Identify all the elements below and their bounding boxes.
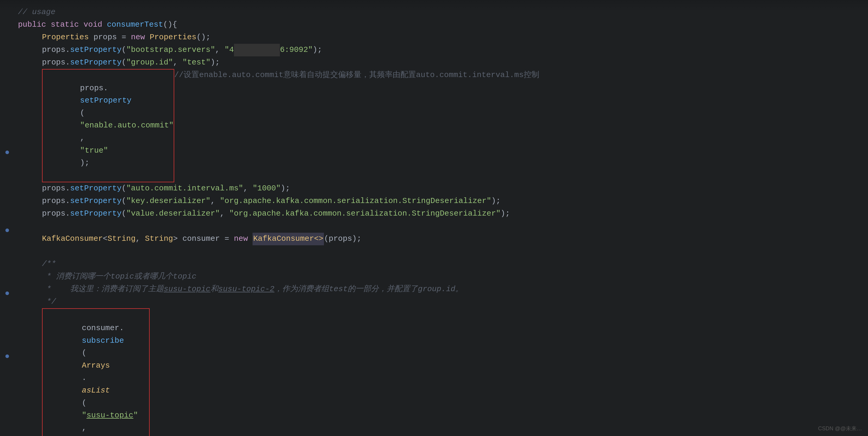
line-group-id: props. setProperty ( "group.id" , "test"… <box>18 56 862 69</box>
line-usage: // usage <box>18 6 862 19</box>
line-auto-commit-interval: props. setProperty ( "auto.commit.interv… <box>18 182 862 195</box>
method-consumertest: consumerTest <box>107 19 163 31</box>
kafkaconsumer-new: KafkaConsumer<> <box>252 233 324 245</box>
code-editor: // usage public static void consumerTest… <box>0 0 868 436</box>
blank-line-1 <box>18 220 862 233</box>
line-comment-start: /** <box>18 258 862 271</box>
highlight-enable-commit: props. setProperty ( "enable.auto.commit… <box>42 69 174 182</box>
code-content: // usage public static void consumerTest… <box>0 3 868 436</box>
line-kafka-consumer: KafkaConsumer < String , String > consum… <box>18 233 862 245</box>
line-subscribe: consumer. subscribe ( Arrays . asList ( … <box>18 308 862 436</box>
line-value-des: props. setProperty ( "value.deserializer… <box>18 208 862 220</box>
line-bootstrap: props. setProperty ( "bootstrap.servers"… <box>18 44 862 56</box>
kw-public: public <box>18 19 46 31</box>
line-method-sig: public static void consumerTest (){ <box>18 19 862 31</box>
line-enable-auto-commit: props. setProperty ( "enable.auto.commit… <box>18 69 862 182</box>
blank-line-2 <box>18 245 862 258</box>
line-comment-2: * 我这里：消费者订阅了主题susu-topic和susu-topic-2，作为… <box>18 283 862 295</box>
highlight-subscribe: consumer. subscribe ( Arrays . asList ( … <box>42 308 150 436</box>
line-comment-1: * 消费订阅哪一个topic或者哪几个topic <box>18 271 862 283</box>
line-key-des: props. setProperty ( "key.deserializer" … <box>18 195 862 208</box>
kw-static: static <box>51 19 79 31</box>
kw-void: void <box>83 19 102 31</box>
comment-usage: // usage <box>18 6 56 19</box>
watermark: CSDN @@未来… <box>818 424 862 433</box>
line-comment-end: */ <box>18 295 862 308</box>
line-props-new: Properties props = new Properties (); <box>18 31 862 44</box>
